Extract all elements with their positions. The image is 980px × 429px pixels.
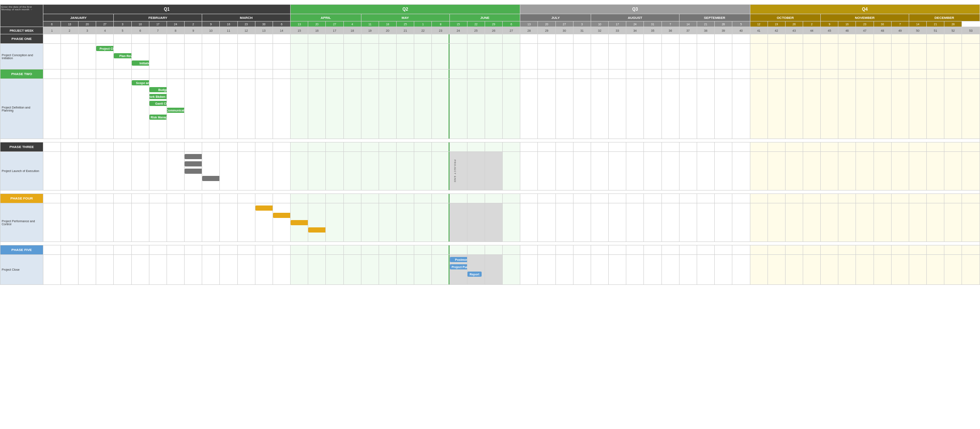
grid-cell-w25 <box>467 194 485 203</box>
grid-cell-w25 <box>467 69 485 79</box>
day-header-10: 16 <box>220 21 237 27</box>
grid-cell-w7 <box>149 142 167 152</box>
grid-cell-w35 <box>644 255 661 285</box>
grid-cell-w38 <box>697 44 714 69</box>
project-week-47: 47 <box>856 27 874 34</box>
grid-cell-w29 <box>538 44 555 69</box>
grid-cell-w48 <box>874 194 891 203</box>
grid-cell-w40 <box>732 255 750 285</box>
grid-cell-w53 <box>962 142 980 152</box>
grid-cell-w30 <box>555 142 573 152</box>
day-header-4: 3 <box>114 21 131 27</box>
grid-cell-w45 <box>821 142 838 152</box>
grid-cell-w14 <box>273 142 290 152</box>
project-week-22: 22 <box>414 27 432 34</box>
grid-cell-w44 <box>803 79 820 139</box>
grid-cell-w21 <box>397 152 414 190</box>
grid-cell-w48 <box>874 255 891 285</box>
grid-cell-w35 <box>644 194 661 203</box>
gantt-bar-quality: Quality <box>185 169 202 174</box>
project-week-36: 36 <box>661 27 679 34</box>
grid-cell-w29 <box>538 69 555 79</box>
project-week-30: 30 <box>555 27 573 34</box>
grid-cell-w20 <box>379 142 396 152</box>
grid-cell-w22 <box>414 142 432 152</box>
grid-cell-w5 <box>114 142 131 152</box>
grid-cell-w16 <box>308 255 326 285</box>
grid-cell-w46 <box>838 194 856 203</box>
grid-cell-w16: Performance <box>308 203 326 242</box>
month-header-july: JULY <box>520 14 591 21</box>
grid-cell-w36 <box>661 142 679 152</box>
grid-cell-w36 <box>661 203 679 242</box>
day-header-13: 6 <box>273 21 290 27</box>
grid-cell-w40 <box>732 194 750 203</box>
project-week-43: 43 <box>785 27 803 34</box>
grid-cell-w51 <box>927 34 944 44</box>
grid-cell-w51 <box>927 79 944 139</box>
grid-cell-w31 <box>573 203 591 242</box>
grid-cell-w6 <box>131 245 149 255</box>
row-label: Project Conception and Initiation <box>0 44 43 69</box>
grid-cell-w31 <box>573 34 591 44</box>
project-week-21: 21 <box>397 27 414 34</box>
grid-cell-w48 <box>874 44 891 69</box>
grid-cell-w27 <box>503 79 520 139</box>
grid-cell-w44 <box>803 142 820 152</box>
grid-cell-w33 <box>609 142 626 152</box>
grid-cell-w22 <box>414 194 432 203</box>
grid-cell-w38 <box>697 245 714 255</box>
grid-cell-w10 <box>202 79 220 139</box>
grid-cell-w18 <box>343 44 361 69</box>
grid-cell-w30 <box>555 79 573 139</box>
project-week-19: 19 <box>361 27 379 34</box>
grid-cell-w32 <box>591 69 608 79</box>
grid-cell-w36 <box>661 79 679 139</box>
grid-cell-w22 <box>414 44 432 69</box>
grid-cell-w38 <box>697 142 714 152</box>
grid-cell-w21 <box>397 255 414 285</box>
day-header-21: 1 <box>414 21 432 27</box>
grid-cell-w41 <box>750 245 768 255</box>
grid-cell-w51 <box>927 194 944 203</box>
gantt-bar-initiation: Initiation <box>132 60 149 66</box>
grid-cell-w34 <box>626 194 644 203</box>
grid-cell-w15 <box>291 34 308 44</box>
grid-cell-w25: Report <box>467 255 485 285</box>
grid-cell-w4 <box>96 194 114 203</box>
grid-cell-w30 <box>555 194 573 203</box>
grid-cell-w11 <box>220 79 237 139</box>
today-line <box>449 255 449 285</box>
project-week-13: 13 <box>255 27 273 34</box>
grid-cell-w46 <box>838 79 856 139</box>
project-week-52: 52 <box>944 27 962 34</box>
grid-cell-w34 <box>626 203 644 242</box>
grid-cell-w8 <box>167 194 184 203</box>
grid-cell-w46 <box>838 255 856 285</box>
project-week-18: 18 <box>343 27 361 34</box>
grid-cell-w33 <box>609 34 626 44</box>
grid-cell-w8 <box>167 44 184 69</box>
grid-cell-w53 <box>962 203 980 242</box>
project-week-15: 15 <box>291 27 308 34</box>
grid-cell-w16 <box>308 142 326 152</box>
grid-cell-w30 <box>555 203 573 242</box>
project-week-16: 16 <box>308 27 326 34</box>
grid-cell-w35 <box>644 44 661 69</box>
grid-cell-w51 <box>927 44 944 69</box>
grid-cell-w1 <box>43 69 61 79</box>
grid-cell-w10 <box>202 34 220 44</box>
grid-cell-w43 <box>785 245 803 255</box>
grid-cell-w27 <box>503 152 520 190</box>
grid-cell-w14 <box>273 34 290 44</box>
grid-cell-w30 <box>555 69 573 79</box>
grid-cell-w43 <box>785 255 803 285</box>
day-header-33: 24 <box>626 21 644 27</box>
grid-cell-w32 <box>591 194 608 203</box>
grid-cell-w37 <box>679 255 697 285</box>
grid-cell-w31 <box>573 152 591 190</box>
grid-cell-w1 <box>43 194 61 203</box>
grid-cell-w18 <box>343 79 361 139</box>
grid-cell-w11 <box>220 44 237 69</box>
day-header-44: 9 <box>821 21 838 27</box>
